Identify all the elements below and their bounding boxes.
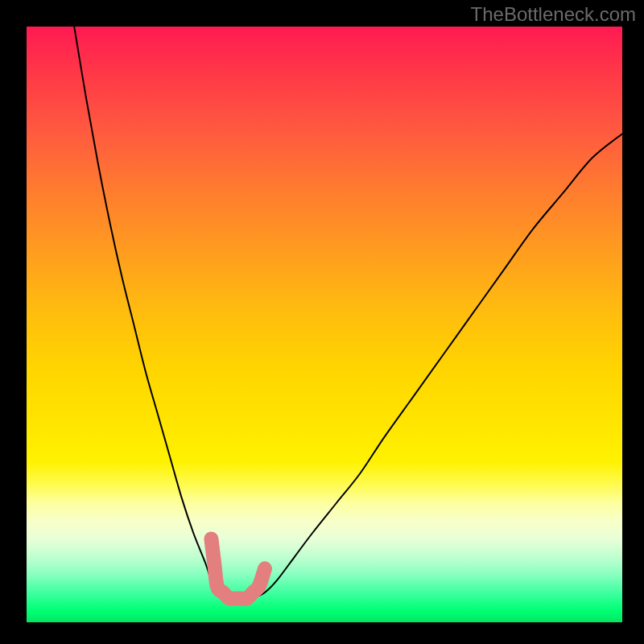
watermark-text: TheBottleneck.com xyxy=(471,3,636,26)
plot-area xyxy=(27,27,622,622)
right-branch-path xyxy=(253,134,622,598)
left-branch-path xyxy=(74,27,229,599)
marker-dip-path xyxy=(211,539,265,599)
chart-frame xyxy=(0,0,644,644)
curve-svg xyxy=(27,27,622,622)
